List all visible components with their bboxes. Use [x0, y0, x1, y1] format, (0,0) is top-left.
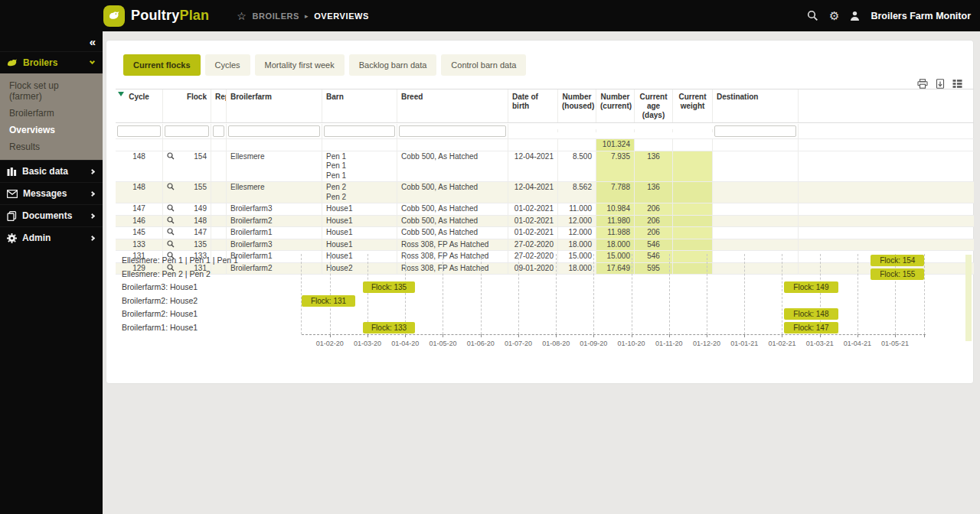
- sidebar-item-basic-data[interactable]: Basic data: [0, 160, 103, 182]
- row-magnifier-icon[interactable]: [167, 228, 175, 236]
- tab[interactable]: Control barn data: [441, 54, 526, 76]
- submenu-item[interactable]: Results: [0, 138, 103, 155]
- tab[interactable]: Current flocks: [123, 54, 201, 76]
- gantt-axis: 01-02-2001-03-2001-04-2001-05-2001-06-20…: [302, 334, 926, 353]
- gantt-bar[interactable]: Flock: 131: [302, 295, 355, 307]
- tab[interactable]: Cycles: [205, 54, 250, 76]
- cell-broilerfarm: Broilerfarm1: [227, 227, 322, 239]
- table-row[interactable]: 145 147 Broilerfarm1 House1 Cobb 500, As…: [116, 227, 974, 239]
- column-header-destination[interactable]: Destination: [713, 89, 799, 122]
- cell-date-of-birth: 01-02-2021: [508, 227, 558, 239]
- column-header-breed[interactable]: Breed: [397, 89, 508, 122]
- sidebar-item-documents[interactable]: Documents: [0, 204, 103, 226]
- column-header-barn[interactable]: Barn: [322, 89, 397, 122]
- sidebar-item-messages[interactable]: Messages: [0, 182, 103, 204]
- gantt-bar[interactable]: Flock: 135: [363, 281, 415, 293]
- gantt-bar[interactable]: Flock: 147: [784, 322, 838, 333]
- settings-gear-icon[interactable]: ⚙: [829, 10, 839, 21]
- logo-bird-icon: [103, 5, 125, 27]
- sidebar-navigation: « Broilers Flock set up (farmer)Broilerf…: [0, 31, 103, 514]
- row-magnifier-icon[interactable]: [167, 183, 175, 190]
- cell-flock: 148: [163, 216, 211, 227]
- submenu-item[interactable]: Flock set up (farmer): [0, 77, 103, 105]
- column-header-current-weight[interactable]: Current weight: [673, 89, 713, 122]
- gantt-bar[interactable]: Flock: 133: [363, 322, 415, 333]
- print-icon[interactable]: [917, 79, 928, 89]
- cell-current-age: 136: [635, 182, 673, 203]
- tab[interactable]: Mortality first week: [255, 54, 345, 76]
- row-magnifier-icon[interactable]: [167, 152, 175, 160]
- column-header-broilerfarm[interactable]: Broilerfarm: [227, 89, 322, 122]
- favorite-star-icon[interactable]: ☆: [237, 10, 247, 22]
- tab[interactable]: Backlog barn data: [349, 54, 437, 76]
- filter-barn-input[interactable]: [324, 125, 395, 137]
- cell-rep: [211, 182, 227, 203]
- broilers-submenu: Flock set up (farmer)BroilerfarmOverview…: [0, 73, 103, 160]
- cell-empty: [799, 203, 974, 215]
- table-row[interactable]: 147 149 Broilerfarm3 House1 Cobb 500, As…: [116, 203, 974, 216]
- sidebar-collapse-button[interactable]: «: [90, 36, 96, 47]
- gantt-axis-label: 01-08-20: [542, 340, 570, 347]
- export-icon[interactable]: [936, 79, 945, 89]
- filter-flock-input[interactable]: [165, 125, 209, 137]
- top-header-bar: PoultryPlan ☆ BROILERS ▸ OVERVIEWS ⚙ Bro…: [0, 0, 980, 31]
- cell-rep: [211, 227, 227, 239]
- search-icon[interactable]: [807, 10, 818, 21]
- cell-destination: [713, 182, 799, 203]
- basic-data-icon: [7, 167, 17, 177]
- cell-broilerfarm: Ellesmere: [227, 182, 322, 203]
- app-logo[interactable]: PoultryPlan: [103, 5, 209, 27]
- cell-cycle: 148: [116, 182, 163, 203]
- gantt-bar[interactable]: Flock: 149: [784, 281, 838, 293]
- submenu-item[interactable]: Broilerfarm: [0, 105, 103, 122]
- cell-barn: Pen 2 Pen 2: [322, 182, 397, 203]
- gantt-bar[interactable]: Flock: 148: [784, 308, 838, 320]
- column-header-number-housed[interactable]: Number (housed): [558, 89, 596, 122]
- gantt-gridline: [518, 254, 519, 334]
- cell-empty: [799, 239, 974, 251]
- table-row[interactable]: 133 135 Broilerfarm3 House1 Ross 308, FP…: [116, 239, 974, 252]
- sort-caret-icon[interactable]: [118, 92, 124, 96]
- cell-breed: Cobb 500, As Hatched: [397, 227, 508, 239]
- cell-number-current: 11.988: [596, 227, 635, 239]
- cell-flock: 154: [163, 151, 211, 182]
- filter-destination-input[interactable]: [714, 125, 796, 137]
- table-row[interactable]: 146 148 Broilerfarm2 House1 Cobb 500, As…: [116, 216, 974, 228]
- row-magnifier-icon[interactable]: [167, 204, 175, 212]
- filter-cycle-input[interactable]: [117, 125, 161, 137]
- filter-breed-input[interactable]: [399, 125, 506, 137]
- breadcrumb-section[interactable]: BROILERS: [252, 11, 299, 21]
- column-chooser-icon[interactable]: [952, 79, 962, 89]
- column-header-flock[interactable]: Flock: [163, 89, 211, 122]
- cell-cycle: 145: [116, 227, 163, 239]
- column-header-rep[interactable]: Rep: [211, 89, 227, 122]
- sidebar-item-admin[interactable]: Admin: [0, 226, 103, 249]
- submenu-item[interactable]: Overviews: [0, 122, 103, 138]
- column-header-empty: [799, 89, 974, 122]
- filter-rep-input[interactable]: [213, 125, 224, 137]
- column-header-number-current[interactable]: Number (current): [596, 89, 635, 122]
- gantt-axis-label: 01-04-21: [844, 340, 871, 347]
- gantt-axis-label: 01-01-21: [730, 340, 758, 347]
- table-row[interactable]: 148 154 Ellesmere Pen 1 Pen 1 Pen 1 Cobb…: [116, 151, 974, 183]
- cell-broilerfarm: Broilerfarm3: [227, 239, 322, 251]
- table-total-row: 101.324: [116, 139, 974, 151]
- table-row[interactable]: 148 155 Ellesmere Pen 2 Pen 2 Cobb 500, …: [116, 182, 974, 203]
- gantt-axis-label: 01-02-21: [768, 340, 795, 347]
- user-account-name[interactable]: Broilers Farm Monitor: [871, 11, 971, 21]
- broilers-bird-icon: [7, 58, 18, 68]
- gantt-bar[interactable]: Flock: 155: [871, 268, 924, 280]
- cell-destination: [713, 227, 799, 239]
- row-magnifier-icon[interactable]: [167, 216, 175, 224]
- gantt-gridline: [556, 254, 557, 334]
- cell-current-weight: [673, 216, 713, 227]
- column-header-current-age[interactable]: Current age (days): [635, 89, 673, 122]
- cell-breed: Cobb 500, As Hatched: [397, 216, 508, 227]
- row-magnifier-icon[interactable]: [167, 240, 175, 248]
- filter-broilerfarm-input[interactable]: [228, 125, 320, 137]
- gantt-bar[interactable]: Flock: 154: [871, 255, 924, 266]
- sidebar-item-broilers[interactable]: Broilers: [0, 51, 103, 73]
- column-header-date-of-birth[interactable]: Date of birth: [508, 89, 558, 122]
- user-icon[interactable]: [850, 11, 860, 21]
- cell-number-current: 7.935: [596, 151, 635, 182]
